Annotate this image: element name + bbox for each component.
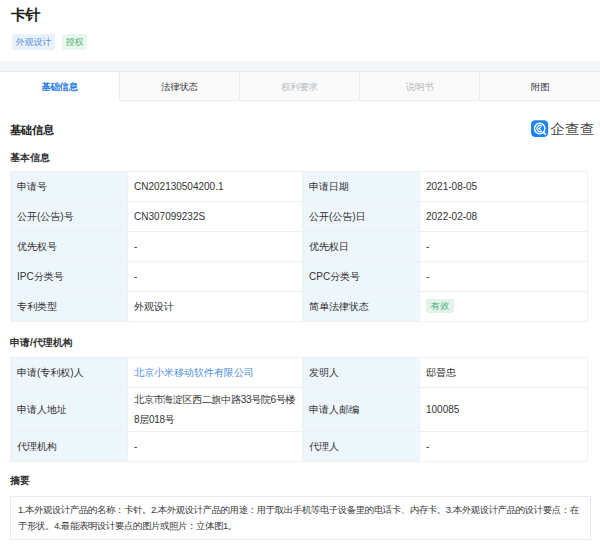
svg-text:企查查: 企查查: [551, 121, 595, 137]
